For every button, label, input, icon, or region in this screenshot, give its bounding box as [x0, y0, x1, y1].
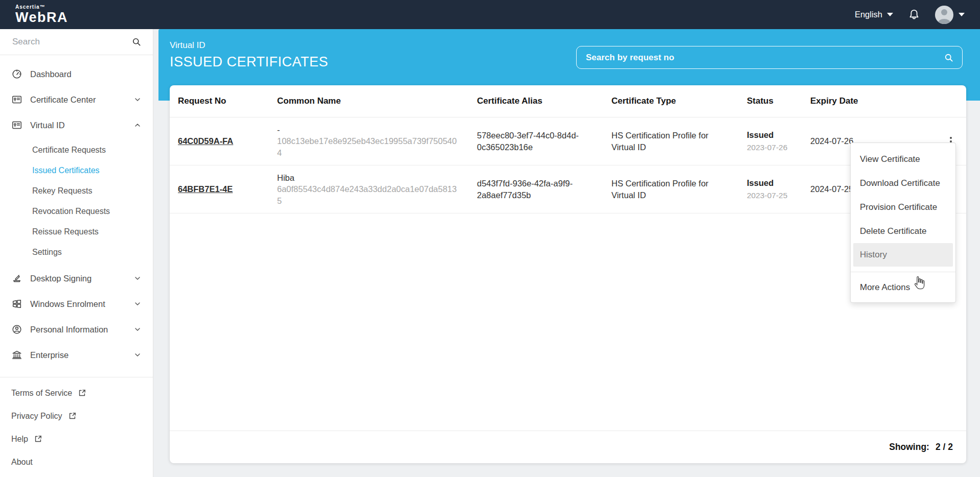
language-label: English	[855, 10, 882, 19]
column-status: Status	[739, 96, 802, 106]
column-expiry-date: Expiry Date	[802, 96, 936, 106]
status-badge: Issued	[747, 129, 794, 140]
sidebar-item-rekey-requests[interactable]: Rekey Requests	[0, 181, 153, 201]
status-cell: Issued 2023-07-26	[739, 123, 802, 159]
table-row: 64C0D59A-FA - 108c13ebe17e8e925eb43ec199…	[170, 117, 966, 165]
link-label: Terms of Service	[11, 389, 72, 398]
language-selector[interactable]: English	[855, 10, 893, 19]
brand-name: WebRA	[15, 11, 68, 25]
table-row: 64BFB7E1-4E Hiba 6a0f85543c4d874e243a33d…	[170, 165, 966, 213]
menu-item-provision-certificate[interactable]: Provision Certificate	[851, 195, 955, 219]
virtual-id-submenu: Certificate Requests Issued Certificates…	[0, 138, 153, 266]
certificate-type-cell: HS Certification Profile for Virtual ID	[603, 124, 739, 159]
link-terms-of-service[interactable]: Terms of Service	[0, 381, 153, 404]
request-search-input[interactable]	[585, 52, 944, 63]
link-about[interactable]: About	[0, 450, 153, 473]
menu-item-view-certificate[interactable]: View Certificate	[851, 147, 955, 171]
external-link-icon	[34, 435, 42, 443]
avatar	[935, 6, 953, 24]
sidebar-search	[0, 29, 153, 55]
request-no-link[interactable]: 64C0D59A-FA	[178, 136, 233, 146]
link-label: About	[11, 458, 33, 467]
column-certificate-type: Certificate Type	[603, 96, 739, 106]
sidebar-item-windows-enrolment[interactable]: Windows Enrolment	[0, 291, 153, 317]
sidebar-item-issued-certificates[interactable]: Issued Certificates	[0, 160, 153, 181]
common-name-id: 108c13ebe17e8e925eb43ec19955a739f7505404	[277, 135, 461, 158]
showing-label: Showing:	[889, 442, 929, 452]
link-help[interactable]: Help	[0, 427, 153, 450]
breadcrumb: Virtual ID	[170, 40, 328, 51]
chevron-down-icon	[133, 274, 142, 282]
sidebar-item-dashboard[interactable]: Dashboard	[0, 61, 153, 87]
person-circle-icon	[11, 324, 22, 335]
sidebar-item-label: Certificate Center	[30, 95, 96, 105]
link-label: Help	[11, 435, 28, 444]
sidebar-item-label: Windows Enrolment	[30, 299, 105, 309]
row-actions-menu: View Certificate Download Certificate Pr…	[850, 142, 956, 303]
windows-icon	[11, 298, 22, 309]
chevron-down-icon	[959, 13, 965, 16]
virtual-id-icon	[11, 120, 22, 131]
menu-item-history[interactable]: History	[853, 243, 953, 267]
external-link-icon	[68, 412, 77, 420]
top-navbar: Ascertia™ WebRA English	[0, 0, 980, 29]
status-date: 2023-07-25	[747, 190, 794, 201]
common-name: Hiba	[277, 172, 461, 183]
column-request-no: Request No	[170, 96, 269, 106]
request-no-link[interactable]: 64BFB7E1-4E	[178, 184, 233, 194]
notifications-button[interactable]	[907, 8, 921, 21]
menu-item-delete-certificate[interactable]: Delete Certificate	[851, 219, 955, 243]
desktop-signing-icon	[11, 273, 22, 284]
chevron-down-icon	[887, 13, 893, 16]
common-name-id: 6a0f85543c4d874e243a33dd2a0ca1e07da58135	[277, 183, 461, 206]
app-logo: Ascertia™ WebRA	[15, 5, 68, 25]
sidebar-item-certificate-requests[interactable]: Certificate Requests	[0, 140, 153, 160]
certificate-card-icon	[11, 94, 22, 105]
showing-value: 2 / 2	[936, 442, 953, 452]
sidebar-item-personal-information[interactable]: Personal Information	[0, 317, 153, 342]
sidebar-item-label: Personal Information	[30, 325, 108, 335]
bell-icon	[907, 8, 921, 21]
brand-small-text: Ascertia™	[15, 5, 68, 10]
bank-building-icon	[11, 349, 22, 361]
sidebar-item-revocation-requests[interactable]: Revocation Requests	[0, 201, 153, 222]
external-link-icon	[78, 389, 86, 397]
search-icon[interactable]	[944, 53, 954, 63]
sidebar-item-virtual-id[interactable]: Virtual ID	[0, 112, 153, 138]
sidebar-divider	[0, 377, 153, 377]
chevron-down-icon	[133, 96, 142, 104]
chevron-down-icon	[133, 300, 142, 308]
column-common-name: Common Name	[269, 96, 469, 106]
sidebar-item-reissue-requests[interactable]: Reissue Requests	[0, 222, 153, 242]
menu-item-download-certificate[interactable]: Download Certificate	[851, 171, 955, 195]
sidebar-item-enterprise[interactable]: Enterprise	[0, 342, 153, 368]
certificate-alias-cell: 578eec80-3ef7-44c0-8d4d-0c365023b16e	[469, 124, 603, 159]
sidebar-item-label: Desktop Signing	[30, 274, 92, 283]
sidebar-item-settings[interactable]: Settings	[0, 242, 153, 263]
certificate-type-cell: HS Certification Profile for Virtual ID	[603, 172, 739, 207]
sidebar-item-certificate-center[interactable]: Certificate Center	[0, 87, 153, 112]
menu-item-more-actions[interactable]: More Actions	[851, 272, 955, 302]
link-privacy-policy[interactable]: Privacy Policy	[0, 404, 153, 427]
sidebar: Dashboard Certificate Center Virtual ID	[0, 29, 153, 477]
sidebar-item-label: Dashboard	[30, 69, 72, 79]
common-name-cell: - 108c13ebe17e8e925eb43ec19955a739f75054…	[269, 118, 469, 164]
status-cell: Issued 2023-07-25	[739, 171, 802, 207]
sidebar-item-label: Enterprise	[30, 350, 69, 360]
request-search	[576, 46, 963, 69]
status-date: 2023-07-26	[747, 142, 794, 153]
user-menu[interactable]	[935, 6, 965, 24]
sidebar-item-desktop-signing[interactable]: Desktop Signing	[0, 266, 153, 291]
status-badge: Issued	[747, 177, 794, 188]
chevron-up-icon	[133, 121, 142, 129]
common-name-cell: Hiba 6a0f85543c4d874e243a33dd2a0ca1e07da…	[269, 166, 469, 212]
column-certificate-alias: Certificate Alias	[469, 96, 603, 106]
chevron-down-icon	[133, 325, 142, 333]
table-footer: Showing: 2 / 2	[170, 431, 966, 463]
sidebar-search-input[interactable]	[11, 36, 131, 47]
certificate-alias-cell: d543f7fd-936e-42fa-a9f9-2a8aef77d35b	[469, 172, 603, 207]
table-header: Request No Common Name Certificate Alias…	[170, 85, 966, 117]
issued-certificates-card: Request No Common Name Certificate Alias…	[170, 85, 966, 463]
link-label: Privacy Policy	[11, 412, 62, 421]
common-name: -	[277, 124, 461, 135]
